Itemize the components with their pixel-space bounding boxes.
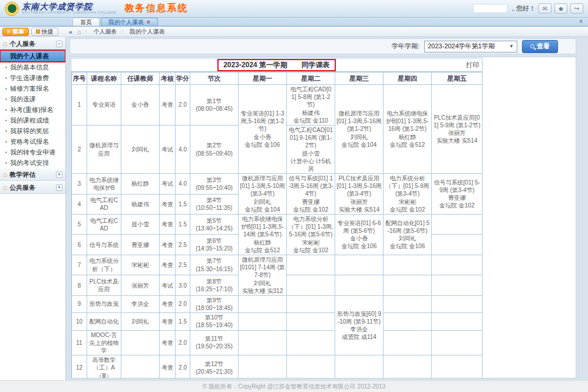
view-button[interactable]: 查看 (522, 40, 558, 53)
expand-icon[interactable]: + (56, 172, 62, 178)
collapse-up-icon[interactable]: « (578, 19, 585, 23)
sidebar-item-label: 我的个人课表 (10, 52, 49, 61)
table-cell: 6 (72, 235, 87, 255)
timetable: 序号课程名称任课教师考核学分节次星期一星期二星期三星期四星期五 1专业英语金小香… (71, 72, 483, 378)
table-cell: 电力系统继电保护B (87, 174, 121, 194)
bullet-icon (5, 67, 7, 68)
main-area: 学年学期: 2023-2024学年第1学期 ▼ 查看 2023-2024 第一学… (66, 37, 588, 380)
table-cell: 杨建伟 (121, 194, 160, 214)
sidebar-item-label: 我的转专业申请 (10, 148, 55, 157)
table-cell: 第1节 (08:00~08:45) (190, 85, 239, 126)
collapse-sidebar-icon[interactable]: « (69, 28, 72, 35)
column-header: 星期四 (384, 73, 432, 85)
table-cell: PLC技术及应用 (87, 275, 121, 295)
sidebar-item[interactable]: 我的个人课表 (0, 50, 65, 62)
app-header: 东南大学成贤学院 SOUTHEAST UNIVERSITY CHENGXIAN … (0, 0, 588, 18)
bullet-icon (5, 109, 7, 111)
sidebar-item-label: 我的考试安排 (10, 159, 49, 167)
table-cell: 4 (72, 194, 87, 214)
sidebar-group-label: 公共服务 (9, 183, 54, 192)
table-cell: 刘同礼 (121, 313, 160, 330)
logout-icon[interactable]: ↪ (570, 4, 583, 14)
print-link[interactable]: 打印 (466, 61, 479, 70)
table-cell: 高等数学（工）A（Ⅲ） (87, 355, 121, 378)
sidebar-item[interactable]: 我的考试安排 (0, 157, 65, 168)
sidebar-group-header[interactable]: ⌂教学评估+ (0, 168, 65, 181)
close-icon[interactable]: × (147, 18, 150, 26)
breadcrumb-item[interactable]: 个人服务 (94, 28, 117, 36)
home-icon[interactable]: ⌂ (77, 28, 81, 35)
sidebar-group-header[interactable]: ⌂个人服务− (0, 37, 65, 50)
table-cell (239, 295, 287, 312)
system-title: 教务信息系统 (124, 2, 188, 15)
table-cell (335, 275, 384, 295)
sidebar-item[interactable]: 补考(重修)报名 (0, 104, 65, 115)
table-cell: 电气工程CAD[0101] 9-16周 (第1-2节) 提小雪 计算中心 计5机… (287, 125, 335, 173)
mail-icon[interactable]: ✉ (539, 4, 551, 14)
sidebar-item[interactable]: 学生选课缴费 (0, 73, 65, 83)
bullet-icon (5, 98, 7, 100)
table-cell: 第3节 (09:55~10:40) (190, 174, 239, 194)
bullet-icon (5, 120, 7, 121)
house-icon: ⌂ (3, 183, 7, 192)
table-cell (287, 275, 335, 295)
menu-button[interactable]: ≡ 菜单 (2, 28, 29, 36)
user-icon[interactable]: ☻ (554, 4, 567, 14)
table-cell: 2.0 (176, 355, 190, 378)
table-cell (432, 355, 483, 378)
timetable-body: 1专业英语金小香考查2.0第1节 (08:00~08:45)专业英语[01] 1… (72, 85, 483, 379)
collapse-icon[interactable]: − (56, 41, 62, 47)
sidebar-item-label: 我的选课 (10, 95, 36, 104)
table-cell (287, 355, 335, 378)
table-cell: 微机原理与应用[01] 1-3周,5-10周 (第3-4节) 刘同礼 金坛院 金… (239, 174, 287, 215)
table-cell (287, 295, 335, 312)
table-cell: 刘同礼 (121, 125, 160, 173)
username-redacted (474, 5, 507, 12)
table-cell: 第2节 (08:55~09:40) (190, 125, 239, 173)
table-cell (239, 355, 287, 378)
table-row: 11MOOC-舌尖上的植物学考查2.0第11节 (19:50~20:35) (72, 330, 483, 355)
sidebar-item[interactable]: 辅修方案报名 (0, 83, 65, 94)
sidebar-item[interactable]: 我的基本信息 (0, 62, 65, 73)
table-cell (432, 235, 483, 255)
sidebar-group-header[interactable]: ⌂公共服务+ (0, 181, 65, 194)
semester-select[interactable]: 2023-2024学年第1学期 ▼ (424, 41, 517, 52)
expand-icon[interactable]: + (56, 185, 62, 191)
table-cell (287, 255, 335, 275)
sidebar-item-label: 我的课程成绩 (10, 116, 49, 125)
table-cell: 形势与政策[60] 9-10周 (第9-11节) 李洪全 成贤院 成114 (335, 295, 384, 355)
table-cell: 2.5 (176, 255, 190, 275)
table-cell (335, 255, 384, 275)
sidebar-item[interactable]: 我的选课 (0, 94, 65, 104)
table-cell: 1 (72, 85, 87, 126)
table-cell: 电力系统分析（下） (87, 255, 121, 275)
bullet-icon (5, 55, 7, 57)
table-cell: 专业英语[01] 1-3周,5-16周 (第1-2节) 金小香 金坛院 金106 (239, 85, 287, 174)
semester-select-value: 2023-2024学年第1学期 (428, 42, 495, 51)
quick-button[interactable]: 快捷 (31, 28, 58, 36)
column-header: 任课教师 (121, 73, 160, 85)
table-cell: 1.5 (176, 313, 190, 330)
sidebar-item-label: 我的基本信息 (10, 63, 49, 72)
table-cell: 7 (72, 255, 87, 275)
tab-home[interactable]: 首页 (72, 18, 100, 26)
sidebar-item[interactable]: 我的课程成绩 (0, 115, 65, 126)
table-row: 9形势与政策李洪全考查2.0第9节 (18:00~18:45)形势与政策[60]… (72, 295, 483, 312)
sidebar-item[interactable]: 我的转专业申请 (0, 147, 65, 157)
sidebar-item[interactable]: 资格考试报名 (0, 136, 65, 147)
toolbar: ≡ 菜单 快捷 « ⌂ 〉 个人服务 〉 我的个人课表 (0, 27, 588, 37)
quick-icon (36, 29, 40, 34)
sidebar-item-label: 补考(重修)报名 (10, 106, 53, 114)
table-cell (335, 355, 384, 378)
sidebar-item[interactable]: 我获得的奖惩 (0, 126, 65, 136)
table-cell: 电气工程CAD (87, 215, 121, 235)
sidebar-item-label: 学生选课缴费 (10, 74, 49, 83)
column-header: 星期一 (239, 73, 287, 85)
semester-label: 学年学期: (392, 42, 419, 51)
greeting-text: ，您好！ (510, 4, 536, 13)
timetable-title: 2023-2024 第一学期 同学课表 (217, 59, 336, 71)
column-header: 考核 (160, 73, 176, 85)
table-cell: 形势与政策 (87, 295, 121, 312)
breadcrumb-item[interactable]: 我的个人课表 (130, 28, 165, 36)
tab-my-timetable[interactable]: 我的个人课表 × (101, 18, 158, 26)
